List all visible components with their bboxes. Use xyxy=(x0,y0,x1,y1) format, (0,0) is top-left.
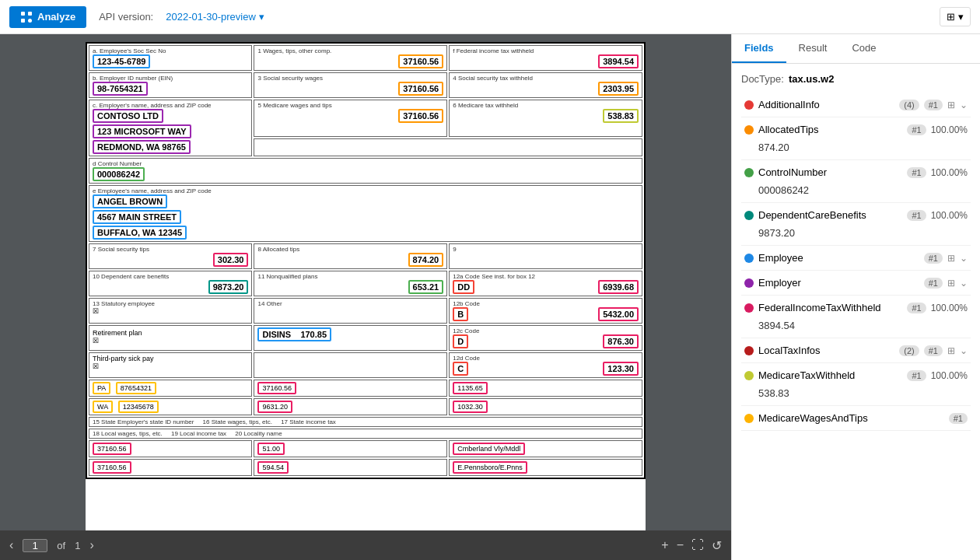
state2-ein-value: 12345678 xyxy=(118,401,159,413)
field-name-dependentcarebenefits: DependentCareBenefits xyxy=(758,209,902,221)
employee-city-value: BUFFALO, WA 12345 xyxy=(93,226,187,240)
field-hash-medicaretaxwithheld: #1 xyxy=(907,370,926,381)
field-hash-allocatedtips: #1 xyxy=(907,124,926,135)
svg-point-3 xyxy=(28,19,32,23)
doctype-label: DocType: xyxy=(741,73,784,85)
dep-care-value: 9873.20 xyxy=(208,280,249,294)
fit-page-button[interactable]: ⛶ xyxy=(691,538,704,552)
box12a-amount-value: 6939.68 xyxy=(598,280,639,294)
field-confidence-medicaretaxwithheld: 100.00% xyxy=(931,370,968,381)
api-version-label: API version: xyxy=(99,11,153,23)
box12c-amount-value: 876.30 xyxy=(603,334,639,348)
field-hash-additionalinfo: #1 xyxy=(924,100,943,110)
field-item-employer: Employer #1 ⊞ ⌄ xyxy=(741,272,971,293)
tab-fields[interactable]: Fields xyxy=(732,34,786,63)
reset-view-button[interactable]: ↺ xyxy=(712,538,722,553)
zoom-out-button[interactable]: − xyxy=(677,538,684,552)
field-hash-medicarewagesandtips: #1 xyxy=(949,413,968,424)
next-page-button[interactable]: › xyxy=(89,538,93,552)
field-item-localtaxinfos: LocalTaxInfos (2) #1 ⊞ ⌄ xyxy=(741,340,971,361)
field-value-federalincometaxwithheld: 3894.54 xyxy=(741,318,971,336)
state1-ein-value: 87654321 xyxy=(116,382,156,394)
nonqualified-value: 653.21 xyxy=(408,280,444,294)
field-dot-additionalinfo xyxy=(744,100,754,110)
field-header-employee[interactable]: Employee #1 ⊞ ⌄ xyxy=(741,247,971,268)
field-table-icon-employee: ⊞ xyxy=(947,253,955,264)
fields-list: AdditionalInfo (4) #1 ⊞ ⌄ AllocatedTips … xyxy=(741,94,971,431)
layers-icon: ⊞ xyxy=(947,11,955,23)
analyze-label: Analyze xyxy=(37,11,75,23)
api-version-select[interactable]: 2022-01-30-preview ▾ xyxy=(166,11,264,23)
field-chevron-localtaxinfos: ⌄ xyxy=(960,345,968,356)
field-dot-employee xyxy=(744,254,754,263)
doc-toolbar-right: + − ⛶ ↺ xyxy=(661,538,722,553)
field-hash-dependentcarebenefits: #1 xyxy=(907,210,926,221)
field-item-employee: Employee #1 ⊞ ⌄ xyxy=(741,247,971,268)
tab-result[interactable]: Result xyxy=(786,34,840,63)
field-dot-federalincometaxwithheld xyxy=(744,303,754,313)
field-confidence-allocatedtips: 100.00% xyxy=(931,124,968,135)
field-badge-localtaxinfos: (2) xyxy=(899,345,919,356)
wages-value: 37160.56 xyxy=(398,54,443,68)
doctype-value: tax.us.w2 xyxy=(789,73,835,85)
field-name-employer: Employer xyxy=(758,277,919,289)
field-name-employee: Employee xyxy=(758,252,919,264)
field-table-icon-additionalinfo: ⊞ xyxy=(947,100,955,110)
field-item-controlnumber: ControlNumber #1 100.00% 000086242 xyxy=(741,162,971,201)
field-badge-additionalinfo: (4) xyxy=(899,100,919,110)
field-value-medicaretaxwithheld: 538.83 xyxy=(741,386,971,404)
employer-ein-value: 98-7654321 xyxy=(93,82,148,96)
field-name-federalincometaxwithheld: FederalIncomeTaxWithheld xyxy=(758,302,902,313)
toolbar: Analyze API version: 2022-01-30-preview … xyxy=(0,0,980,34)
field-chevron-employee: ⌄ xyxy=(960,253,968,264)
state1-value: PA xyxy=(93,382,110,394)
field-dot-controlnumber xyxy=(744,168,754,177)
analyze-button[interactable]: Analyze xyxy=(9,6,86,28)
document-canvas[interactable]: a. Employee's Soc Sec No 123-45-6789 1 W… xyxy=(0,34,731,530)
field-dot-allocatedtips xyxy=(744,125,754,135)
field-header-controlnumber[interactable]: ControlNumber #1 100.00% xyxy=(741,162,971,183)
page-of-label: of xyxy=(57,540,65,551)
field-header-dependentcarebenefits[interactable]: DependentCareBenefits #1 100.00% xyxy=(741,205,971,226)
field-header-medicaretaxwithheld[interactable]: MedicareTaxWithheld #1 100.00% xyxy=(741,365,971,386)
field-header-medicarewagesandtips[interactable]: MedicareWagesAndTips #1 xyxy=(741,408,971,429)
state2-value: WA xyxy=(93,401,113,413)
allocated-tips-value: 874.20 xyxy=(408,253,444,267)
panel-tabs: Fields Result Code xyxy=(732,34,980,64)
prev-page-button[interactable]: ‹ xyxy=(9,538,13,552)
box12d-code-value: C xyxy=(453,362,468,376)
field-confidence-federalincometaxwithheld: 100.00% xyxy=(931,303,968,313)
federal-tax-value: 3894.54 xyxy=(598,54,639,68)
field-header-federalincometaxwithheld[interactable]: FederalIncomeTaxWithheld #1 100.00% xyxy=(741,297,971,318)
zoom-in-button[interactable]: + xyxy=(661,538,668,552)
field-dot-dependentcarebenefits xyxy=(744,211,754,220)
field-header-allocatedtips[interactable]: AllocatedTips #1 100.00% xyxy=(741,119,971,140)
w2-form: a. Employee's Soc Sec No 123-45-6789 1 W… xyxy=(86,42,646,479)
local-tax1-value: 51.00 xyxy=(257,443,285,455)
field-value-controlnumber: 000086242 xyxy=(741,183,971,201)
main-layout: a. Employee's Soc Sec No 123-45-6789 1 W… xyxy=(0,34,980,560)
box12b-amount-value: 5432.00 xyxy=(598,307,639,321)
field-name-allocatedtips: AllocatedTips xyxy=(758,124,902,135)
field-hash-localtaxinfos: #1 xyxy=(924,345,943,356)
field-header-employer[interactable]: Employer #1 ⊞ ⌄ xyxy=(741,272,971,293)
medicare-tax-value: 538.83 xyxy=(603,109,639,123)
field-hash-federalincometaxwithheld: #1 xyxy=(907,303,926,313)
field-header-localtaxinfos[interactable]: LocalTaxInfos (2) #1 ⊞ ⌄ xyxy=(741,340,971,361)
document-bottom-bar: ‹ of 1 › + − ⛶ ↺ xyxy=(0,530,731,560)
control-number-value: 000086242 xyxy=(93,167,145,181)
state-tax2-value: 1032.30 xyxy=(453,401,488,413)
field-header-additionalinfo[interactable]: AdditionalInfo (4) #1 ⊞ ⌄ xyxy=(741,94,971,115)
state-tax1-value: 1135.65 xyxy=(453,382,488,394)
local-tax2-value: 594.54 xyxy=(257,461,289,474)
svg-rect-0 xyxy=(21,12,25,16)
local-wages2-value: 37160.56 xyxy=(93,461,131,474)
box12a-code-value: DD xyxy=(453,280,474,294)
toolbar-right: ⊞ ▾ xyxy=(940,7,971,26)
employee-name-value: ANGEL BROWN xyxy=(93,194,167,208)
layers-button[interactable]: ⊞ ▾ xyxy=(940,7,971,26)
page-number-input[interactable] xyxy=(23,539,47,552)
field-table-icon-employer: ⊞ xyxy=(947,278,955,289)
chevron-down-icon: ▾ xyxy=(259,11,264,23)
tab-code[interactable]: Code xyxy=(839,34,888,63)
